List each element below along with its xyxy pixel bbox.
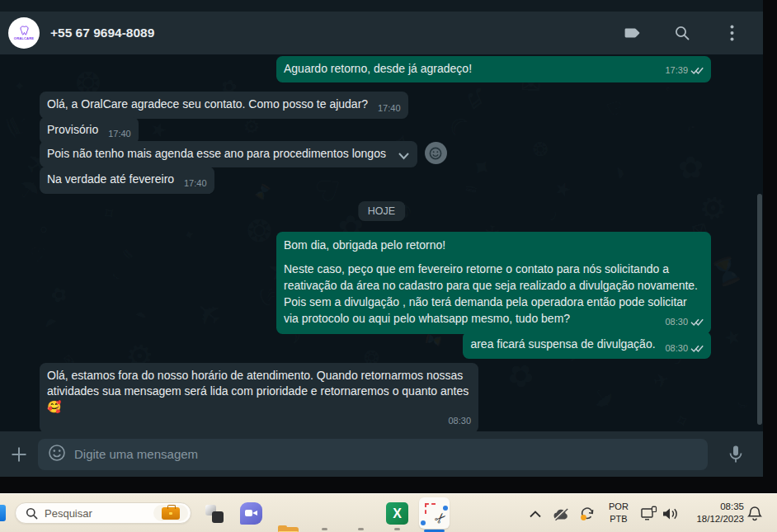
message-time: 17:40 xyxy=(378,101,401,116)
search-highlight-chip[interactable] xyxy=(153,505,188,521)
message-bubble-outgoing[interactable]: Bom dia, obrigada pelo retorno! Neste ca… xyxy=(276,232,711,334)
message-meta: 08:30 xyxy=(448,413,471,429)
briefcase-icon xyxy=(162,507,180,520)
message-text: Olá, a OralCare agradece seu contato. Co… xyxy=(47,97,368,111)
language-line1: POR xyxy=(609,501,629,513)
snip-handle-dot xyxy=(421,520,426,525)
message-bubble-outgoing[interactable]: Aguardo retorno, desde já agradeço! 17:3… xyxy=(276,56,711,82)
tray-volume-icon[interactable] xyxy=(661,504,680,524)
attach-plus-button[interactable] xyxy=(0,431,38,477)
contact-avatar[interactable]: ORALCARE xyxy=(8,17,40,49)
message-input[interactable] xyxy=(74,447,698,461)
whatsapp-window: ORALCARE +55 67 9694-8089 ✦☕♪✿☁★♨✈☂⚙✉♬☽✧… xyxy=(0,0,763,477)
avatar-label: ORALCARE xyxy=(14,36,34,40)
message-bubble-incoming[interactable]: Olá, estamos fora do nosso horário de at… xyxy=(40,363,478,431)
message-text: Provisório xyxy=(47,123,98,136)
taskbar-search[interactable]: Pesquisar xyxy=(15,502,191,524)
taskbar-app-excel[interactable]: X xyxy=(386,502,408,525)
chat-area: ✦☕♪✿☁★♨✈☂⚙✉♬☽✧◦♡⌛❂✦☕♪✿☁★♨✈☂⚙✉♬☽✧◦♡⌛❂✦☕♪✿… xyxy=(0,54,763,431)
video-camera-icon xyxy=(245,510,252,516)
message-time: 08:30 xyxy=(665,341,688,356)
message-meta: 17:39 xyxy=(665,63,704,78)
clock-time: 08:35 xyxy=(686,501,744,513)
react-emoji-button[interactable] xyxy=(425,142,447,164)
header-actions xyxy=(623,23,742,43)
clock-date: 18/12/2023 xyxy=(686,513,744,525)
screen: ORALCARE +55 67 9694-8089 ✦☕♪✿☁★♨✈☂⚙✉♬☽✧… xyxy=(0,0,777,532)
label-icon[interactable] xyxy=(623,23,643,43)
chevron-down-icon[interactable] xyxy=(398,148,410,164)
snip-handle-dot xyxy=(443,506,448,511)
chat-header: ORALCARE +55 67 9694-8089 xyxy=(0,12,763,54)
mic-icon[interactable] xyxy=(708,431,763,477)
tray-notification-bell-icon[interactable] xyxy=(745,504,765,524)
emoji-icon[interactable] xyxy=(48,444,66,465)
windows-start-icon[interactable] xyxy=(0,505,6,521)
message-text: Neste caso, peço que em fevereiro retorn… xyxy=(284,261,704,327)
message-row: area ficará suspensa de divulgação. 08:3… xyxy=(40,332,711,359)
message-row: Pois não tenho mais agenda esse ano para… xyxy=(40,141,711,167)
search-label: Pesquisar xyxy=(45,507,147,520)
message-text: Olá, estamos fora do nosso horário de at… xyxy=(47,369,469,413)
message-text: Bom dia, obrigada pelo retorno! xyxy=(284,237,704,253)
tooth-icon xyxy=(18,26,31,36)
message-bubble-incoming[interactable]: Olá, a OralCare agradece seu contato. Co… xyxy=(40,92,408,119)
message-text: Aguardo retorno, desde já agradeço! xyxy=(284,61,472,77)
tray-sync-icon[interactable] xyxy=(577,504,597,524)
message-time: 17:40 xyxy=(108,126,131,142)
taskbar-app-chat[interactable] xyxy=(240,502,262,525)
double-check-icon xyxy=(690,318,704,327)
message-row: Na verdade até fevereiro 17:40 xyxy=(40,167,711,194)
message-time: 17:39 xyxy=(665,63,688,78)
message-input-pill xyxy=(38,439,708,470)
message-row: Bom dia, obrigada pelo retorno! Neste ca… xyxy=(40,232,711,334)
message-row: Aguardo retorno, desde já agradeço! 17:3… xyxy=(40,56,711,82)
task-view-icon-front xyxy=(212,511,224,523)
message-text: Pois não tenho mais agenda esse ano para… xyxy=(47,147,386,160)
double-check-icon xyxy=(690,66,704,75)
message-text: Na verdade até fevereiro xyxy=(47,172,174,186)
tray-cloud-offline-icon[interactable] xyxy=(551,504,571,524)
message-text: area ficará suspensa de divulgação. xyxy=(470,337,655,351)
message-time: 17:40 xyxy=(184,176,207,191)
contact-name[interactable]: +55 67 9694-8089 xyxy=(50,26,154,40)
video-camera-lens xyxy=(252,511,257,516)
message-row: Olá, estamos fora do nosso horário de at… xyxy=(40,363,711,431)
menu-kebab-icon[interactable] xyxy=(722,23,742,43)
scrollbar[interactable] xyxy=(757,194,762,425)
excel-running-indicator xyxy=(394,528,400,530)
edge-running-indicator xyxy=(322,528,327,530)
message-time: 08:30 xyxy=(665,313,688,330)
taskbar-app-file-explorer[interactable] xyxy=(277,525,299,532)
taskbar-app-snipping-tool[interactable]: ✂ xyxy=(419,497,450,529)
double-check-icon xyxy=(690,344,704,353)
message-time: 08:30 xyxy=(448,413,471,429)
tray-language-indicator[interactable]: POR PTB xyxy=(609,501,629,525)
message-bubble-incoming[interactable]: Na verdade até fevereiro 17:40 xyxy=(40,167,214,194)
task-view-button[interactable] xyxy=(205,505,224,523)
message-bubble-outgoing[interactable]: area ficará suspensa de divulgação. 08:3… xyxy=(463,332,711,359)
composer-bar xyxy=(0,431,763,477)
tray-clock[interactable]: 08:35 18/12/2023 xyxy=(686,501,744,525)
search-icon[interactable] xyxy=(672,23,692,43)
tray-network-icon[interactable] xyxy=(639,504,659,524)
search-icon xyxy=(26,507,38,520)
message-meta: 08:30 xyxy=(665,341,704,356)
tray-chevron-up-icon[interactable] xyxy=(525,504,545,524)
message-bubble-incoming[interactable]: Pois não tenho mais agenda esse ano para… xyxy=(40,141,417,167)
message-row: Olá, a OralCare agradece seu contato. Co… xyxy=(40,92,711,119)
taskbar: Pesquisar X ✂ xyxy=(0,493,777,532)
chrome-running-indicator xyxy=(358,528,364,530)
message-meta: 08:30 xyxy=(665,313,704,330)
date-divider: HOJE xyxy=(358,201,405,221)
language-line2: PTB xyxy=(609,513,629,525)
